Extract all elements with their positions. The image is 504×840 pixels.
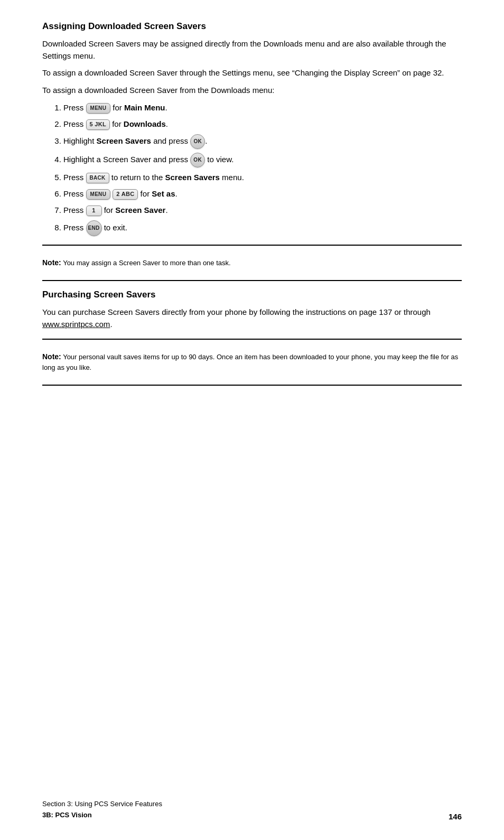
note2-text: Your personal vault saves items for up t… <box>42 353 458 371</box>
key-ok-2: OK <box>190 153 205 167</box>
divider-1 <box>42 245 462 246</box>
note1-text: You may assign a Screen Saver to more th… <box>61 259 231 267</box>
page-footer: Section 3: Using PCS Service Features 3B… <box>42 799 462 821</box>
note1-bold: Note: <box>42 258 61 267</box>
para3: To assign a downloaded Screen Saver from… <box>42 85 462 97</box>
key-back: BACK <box>86 173 109 183</box>
key-menu-1: MENU <box>86 103 111 114</box>
step-8: Press END to exit. <box>63 220 462 236</box>
footer-page: 146 <box>449 812 462 821</box>
footer-section: Section 3: Using PCS Service Features <box>42 800 162 808</box>
note2-bold: Note: <box>42 352 61 361</box>
para2: To assign a downloaded Screen Saver thro… <box>42 67 462 79</box>
step-1: Press MENU for Main Menu. <box>63 101 462 114</box>
page-content: Assigning Downloaded Screen Savers Downl… <box>0 0 504 426</box>
key-5jkl: 5 JKL <box>86 119 110 130</box>
note1: Note: You may assign a Screen Saver to m… <box>42 254 462 272</box>
footer-left: Section 3: Using PCS Service Features 3B… <box>42 799 162 821</box>
section1-title: Assigning Downloaded Screen Savers <box>42 21 462 32</box>
key-2abc: 2 ABC <box>113 189 138 200</box>
divider-3 <box>42 339 462 340</box>
step-6: Press MENU 2 ABC for Set as. <box>63 188 462 200</box>
key-1: 1 <box>86 206 102 216</box>
para4: You can purchase Screen Savers directly … <box>42 306 462 330</box>
footer-chapter: 3B: PCS Vision <box>42 811 92 819</box>
step-4: Highlight a Screen Saver and press OK to… <box>63 153 462 167</box>
note2: Note: Your personal vault saves items fo… <box>42 348 462 376</box>
step-3: Highlight Screen Savers and press OK. <box>63 134 462 149</box>
step-5: Press BACK to return to the Screen Saver… <box>63 171 462 184</box>
step-7: Press 1 for Screen Saver. <box>63 204 462 217</box>
divider-2 <box>42 280 462 281</box>
step-2: Press 5 JKL for Downloads. <box>63 118 462 130</box>
sprintpcs-link[interactable]: www.sprintpcs.com <box>42 320 110 329</box>
steps-list: Press MENU for Main Menu. Press 5 JKL fo… <box>63 101 462 236</box>
key-menu-2: MENU <box>86 189 111 200</box>
divider-4 <box>42 385 462 386</box>
key-end: END <box>86 220 102 236</box>
section2-title: Purchasing Screen Savers <box>42 290 462 300</box>
para1: Downloaded Screen Savers may be assigned… <box>42 38 462 62</box>
key-ok-1: OK <box>190 134 205 149</box>
